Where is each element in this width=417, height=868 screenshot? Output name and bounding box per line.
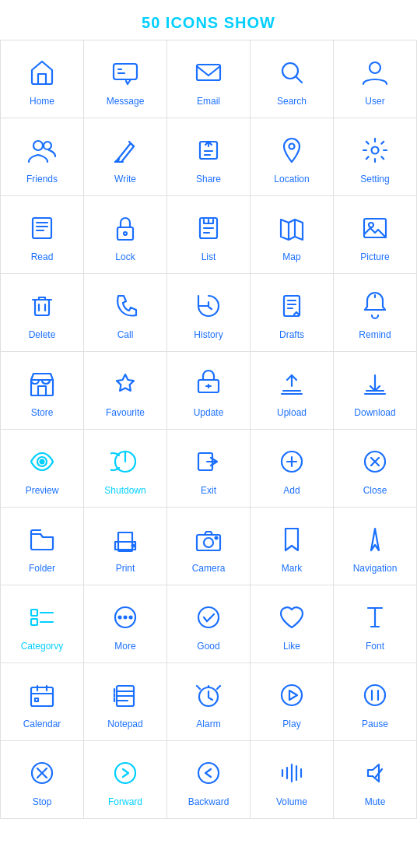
svg-point-35 bbox=[130, 616, 132, 618]
svg-rect-1 bbox=[197, 65, 220, 80]
categorvy-cell: Categorvy bbox=[1, 585, 84, 663]
volume-icon bbox=[275, 756, 309, 790]
email-cell: Email bbox=[167, 40, 251, 118]
list-cell: List bbox=[167, 196, 251, 274]
message-cell: Message bbox=[84, 40, 167, 118]
svg-point-4 bbox=[33, 141, 43, 150]
stop-cell: Stop bbox=[1, 741, 84, 819]
store-icon bbox=[25, 367, 59, 401]
remind-icon bbox=[358, 289, 392, 323]
history-icon bbox=[191, 289, 226, 323]
close-cell: Close bbox=[334, 430, 417, 508]
svg-point-26 bbox=[132, 544, 135, 546]
play-icon bbox=[275, 678, 309, 712]
play-cell: Play bbox=[251, 663, 334, 741]
camera-icon bbox=[191, 522, 226, 557]
picture-cell: Picture bbox=[334, 196, 417, 274]
like-icon bbox=[275, 600, 309, 634]
list-icon bbox=[191, 211, 226, 245]
add-cell: Add bbox=[251, 430, 334, 508]
setting-icon bbox=[358, 133, 392, 167]
alarm-cell: Alarm bbox=[167, 663, 251, 741]
favourite-icon bbox=[108, 367, 142, 401]
svg-rect-0 bbox=[114, 64, 137, 79]
add-icon bbox=[275, 445, 309, 479]
mark-icon bbox=[275, 522, 309, 557]
drafts-cell: Drafts bbox=[251, 274, 334, 352]
page-title: 50 ICONS SHOW bbox=[0, 0, 417, 40]
preview-cell: Preview bbox=[1, 430, 84, 508]
friends-cell: Friends bbox=[1, 118, 84, 196]
svg-point-40 bbox=[282, 685, 302, 705]
volume-cell: Volume bbox=[251, 741, 334, 819]
shutdown-icon bbox=[108, 445, 142, 479]
lock-cell: Lock bbox=[84, 196, 167, 274]
svg-point-36 bbox=[198, 607, 219, 627]
message-icon bbox=[108, 55, 142, 90]
upload-cell: Upload bbox=[251, 352, 334, 430]
svg-point-28 bbox=[204, 538, 213, 547]
svg-point-33 bbox=[119, 616, 121, 618]
write-cell: Write bbox=[84, 118, 167, 196]
friends-icon bbox=[25, 133, 59, 167]
home-cell: Home bbox=[1, 40, 84, 118]
pause-icon bbox=[358, 678, 392, 712]
good-icon bbox=[191, 600, 226, 634]
stop-icon bbox=[25, 756, 59, 790]
upload-icon bbox=[275, 367, 309, 401]
more-cell: More bbox=[84, 585, 167, 663]
backward-icon bbox=[191, 756, 226, 790]
folder-cell: Folder bbox=[1, 508, 84, 585]
svg-point-2 bbox=[282, 63, 298, 79]
calendar-icon bbox=[25, 678, 59, 712]
call-cell: Call bbox=[84, 274, 167, 352]
svg-point-8 bbox=[372, 146, 379, 153]
pause-cell: Pause bbox=[334, 663, 417, 741]
font-cell: Font bbox=[334, 585, 417, 663]
search-cell: Search bbox=[251, 40, 334, 118]
mark-cell: Mark bbox=[251, 508, 334, 585]
svg-point-3 bbox=[370, 62, 380, 73]
exit-icon bbox=[191, 445, 226, 479]
shutdown-cell: Shutdown bbox=[84, 430, 167, 508]
categorvy-icon bbox=[25, 600, 59, 634]
svg-rect-37 bbox=[31, 687, 53, 706]
alarm-icon bbox=[191, 678, 226, 712]
svg-rect-15 bbox=[35, 300, 49, 315]
svg-rect-9 bbox=[33, 218, 51, 238]
svg-point-46 bbox=[198, 763, 219, 783]
svg-point-14 bbox=[369, 223, 373, 227]
icon-grid: Home Message Email Search bbox=[0, 40, 417, 819]
mute-cell: Mute bbox=[334, 741, 417, 819]
backward-cell: Backward bbox=[167, 741, 251, 819]
user-icon bbox=[358, 55, 392, 90]
share-cell: Share bbox=[167, 118, 251, 196]
setting-cell: Setting bbox=[334, 118, 417, 196]
delete-icon bbox=[25, 289, 59, 323]
svg-point-41 bbox=[365, 685, 385, 705]
remind-cell: Remind bbox=[334, 274, 417, 352]
location-icon bbox=[275, 133, 309, 167]
store-cell: Store bbox=[1, 352, 84, 430]
map-cell: Map bbox=[251, 196, 334, 274]
download-cell: Download bbox=[334, 352, 417, 430]
call-icon bbox=[108, 289, 142, 323]
like-cell: Like bbox=[251, 585, 334, 663]
print-icon bbox=[108, 522, 142, 557]
svg-point-11 bbox=[124, 232, 127, 235]
forward-cell: Forward bbox=[84, 741, 167, 819]
lock-icon bbox=[108, 211, 142, 245]
more-icon bbox=[108, 600, 142, 634]
svg-rect-10 bbox=[117, 227, 133, 240]
camera-cell: Camera bbox=[167, 508, 251, 585]
email-icon bbox=[191, 55, 226, 90]
user-cell: User bbox=[334, 40, 417, 118]
read-cell: Read bbox=[1, 196, 84, 274]
svg-point-34 bbox=[124, 616, 127, 618]
mute-icon bbox=[358, 756, 392, 790]
calendar-cell: Calendar bbox=[1, 663, 84, 741]
close-icon bbox=[358, 445, 392, 479]
delete-cell: Delete bbox=[1, 274, 84, 352]
font-icon bbox=[358, 600, 392, 634]
folder-icon bbox=[25, 522, 59, 557]
